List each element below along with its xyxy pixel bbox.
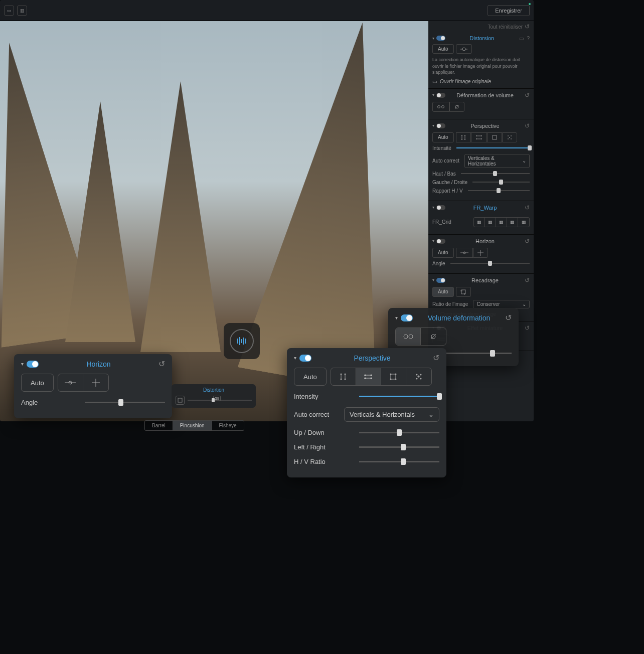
hvratio-slider[interactable] [359,461,439,462]
tab-fisheye[interactable]: Fisheye [212,421,244,430]
updown-slider[interactable] [359,432,439,433]
svg-point-23 [511,138,512,139]
save-button[interactable]: Enregistrer [488,5,530,16]
ratio-dropdown[interactable]: Conserver⌄ [473,300,530,308]
intensity-slider[interactable] [359,396,439,397]
collapse-icon[interactable]: ▾ [432,123,434,128]
leftright-slider[interactable] [472,182,530,183]
perspective-vertical-button[interactable] [331,368,356,385]
perspective-auto-button[interactable]: Auto [432,132,454,142]
leftright-slider[interactable] [359,446,439,448]
distortion-slider[interactable]: 39 [188,400,252,401]
tab-barrel[interactable]: Barrel [145,421,173,430]
reset-icon[interactable]: ↺ [525,122,530,129]
layout-1-button[interactable]: ▭ [4,6,14,16]
svg-point-51 [371,375,372,376]
angle-label: Angle [432,261,445,266]
horizon-angle-slider[interactable] [85,402,165,403]
perspective-panel-toggle[interactable] [299,355,311,362]
open-image-icon: ▭ [432,79,437,84]
svg-point-11 [461,139,462,140]
horizon-angle-slider[interactable] [450,263,530,264]
collapse-icon[interactable]: ▾ [21,361,24,367]
reset-icon[interactable]: ↺ [525,238,530,245]
volume-toggle[interactable] [436,93,445,98]
mask-icon[interactable]: ▭ [519,36,524,41]
collapse-icon[interactable]: ▾ [432,278,434,282]
reset-all-button[interactable]: Tout réinitialiser [488,24,523,30]
horizon-toggle[interactable] [436,239,445,244]
perspective-toggle[interactable] [436,123,445,128]
collapse-icon[interactable]: ▾ [294,355,296,361]
svg-point-60 [420,374,421,376]
tab-pincushion[interactable]: Pincushion [173,421,212,430]
hvratio-slider[interactable] [468,190,530,191]
intensity-slider[interactable] [456,147,530,148]
grid-option-2[interactable]: ▦ [485,218,496,227]
perspective-rectangle-button[interactable] [381,368,406,385]
reset-icon[interactable]: ↺ [525,204,530,211]
crop-toggle[interactable] [436,278,445,283]
svg-point-62 [420,378,421,380]
distortion-manual-button[interactable] [456,44,472,54]
section-title: Recadrage [447,277,523,283]
section-title: Horizon [447,238,523,244]
horizon-auto-button[interactable]: Auto [21,374,54,392]
svg-point-57 [390,379,392,380]
collapse-icon[interactable]: ▾ [395,315,398,320]
perspective-auto-button[interactable]: Auto [294,368,327,386]
layout-2-button[interactable]: ▥ [17,6,27,16]
photo-content [140,81,221,352]
volume-horizontal-button[interactable] [396,328,421,345]
volume-mode-horizontal-button[interactable] [432,102,449,112]
perspective-8point-button[interactable] [502,132,517,142]
perspective-rectangle-button[interactable] [487,132,502,142]
leftright-label: Gauche / Droite [432,180,467,185]
autocorrect-dropdown[interactable]: Verticales & Horizontales⌄ [464,154,530,168]
help-icon[interactable]: ? [527,36,530,41]
collapse-icon[interactable]: ▾ [432,93,434,97]
distortion-auto-button[interactable]: Auto [432,44,454,54]
crop-auto-button[interactable]: Auto [432,287,454,297]
reset-icon[interactable]: ↺ [525,277,530,284]
reset-all-icon[interactable]: ↺ [525,23,530,30]
reset-icon[interactable]: ↺ [433,353,439,363]
updown-slider[interactable] [461,173,530,174]
svg-point-24 [509,137,510,138]
perspective-8point-button[interactable] [406,368,431,385]
distortion-toggle[interactable] [436,36,445,41]
grid-option-4[interactable]: ▦ [507,218,518,227]
autocorrect-label: Auto correct [432,158,459,164]
volume-mode-diagonal-button[interactable] [449,102,464,112]
collapse-icon[interactable]: ▾ [432,36,434,41]
grid-option-1[interactable]: ▦ [474,218,485,227]
collapse-icon[interactable]: ▾ [432,239,434,243]
intensity-label: Intensity [294,393,318,400]
horizon-level-tool-button[interactable] [58,374,83,391]
open-original-link[interactable]: Ouvrir l'image originale [440,79,491,84]
perspective-force-parallel-button[interactable] [356,368,381,385]
reset-icon[interactable]: ↺ [505,313,512,322]
grid-label: FR_Grid [432,219,451,225]
autocorrect-dropdown[interactable]: Verticals & Horizontals⌄ [344,407,439,422]
horizon-auto-button[interactable]: Auto [432,248,454,258]
volume-diagonal-button[interactable] [421,328,446,345]
section-title: FR_Warp [447,205,523,211]
reset-icon[interactable]: ↺ [158,359,165,369]
horizon-panel-toggle[interactable] [27,361,39,368]
warp-toggle[interactable] [436,205,445,210]
perspective-force-parallel-button[interactable] [471,132,487,142]
reset-icon[interactable]: ↺ [525,324,530,332]
collapse-icon[interactable]: ▾ [432,205,434,210]
volume-panel-toggle[interactable] [401,314,413,321]
crop-tool-button[interactable] [456,287,471,297]
distortion-tool-button[interactable] [176,396,185,405]
horizon-level-button[interactable] [456,248,473,258]
reset-icon[interactable]: ↺ [525,92,530,99]
perspective-vertical-button[interactable] [456,132,471,142]
grid-option-3[interactable]: ▦ [496,218,507,227]
horizon-rotate-button[interactable] [473,248,488,258]
horizon-rotate-tool-button[interactable] [83,374,108,391]
grid-option-5[interactable]: ▦ [518,218,529,227]
local-adjustments-button[interactable] [224,323,260,359]
